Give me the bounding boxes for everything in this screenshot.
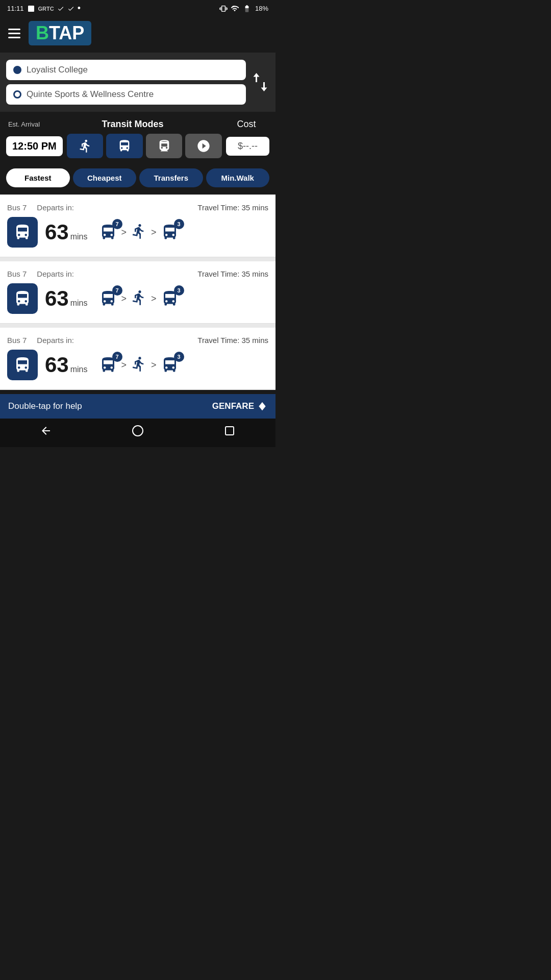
step-arrow-3a: > xyxy=(121,360,127,371)
genfare-label: GENFARE xyxy=(212,401,254,411)
check-icon-2 xyxy=(67,5,74,12)
swap-button[interactable] xyxy=(251,71,269,93)
route-departs-2: Departs in: xyxy=(37,270,74,278)
route-minslabel-1: mins xyxy=(70,232,88,241)
step-arrow-2a: > xyxy=(121,293,127,304)
step-badge-bus3-1: 3 xyxy=(161,223,179,241)
status-right: 18% xyxy=(219,5,268,13)
route-steps-1: 7 > > 3 xyxy=(99,223,179,241)
badge-num-7-1: 7 xyxy=(112,219,122,229)
step-badge-bus7-1: 7 xyxy=(99,223,117,241)
bus-mode-icon xyxy=(117,139,132,153)
step-arrow-1a: > xyxy=(121,227,127,238)
route-bignum-1: 63 xyxy=(45,220,69,244)
app-logo: B TAP xyxy=(29,21,91,45)
route-bus-label-3: Bus 7 xyxy=(7,336,27,345)
route-icon-box-2 xyxy=(7,283,38,314)
train-mode-button[interactable] xyxy=(146,134,183,158)
route-minslabel-3: mins xyxy=(70,365,88,374)
route-bignum-2: 63 xyxy=(45,286,69,311)
walk-mode-icon xyxy=(78,139,92,153)
route-card-3[interactable]: Bus 7 Departs in: Travel Time: 35 mins 6… xyxy=(0,328,276,390)
route-steps-2: 7 > > 3 xyxy=(99,289,179,308)
badge-num-3-1: 3 xyxy=(174,219,184,229)
menu-button[interactable] xyxy=(8,29,20,38)
nav-back-icon xyxy=(40,425,52,437)
tab-fastest[interactable]: Fastest xyxy=(6,168,70,187)
route-bignum-3: 63 xyxy=(45,353,69,377)
step-badge-bus3-3: 3 xyxy=(161,356,179,374)
step-arrow-1b: > xyxy=(151,227,157,238)
route-bus-icon-3 xyxy=(13,356,32,374)
route-mins-3: 63 mins xyxy=(45,353,88,377)
rideshare-mode-button[interactable] xyxy=(185,134,222,158)
nav-home-icon xyxy=(132,425,144,437)
tab-transfers[interactable]: Transfers xyxy=(139,168,203,187)
battery-icon xyxy=(242,5,252,13)
app-header: B TAP xyxy=(0,17,276,53)
route-travel-time-3: Travel Time: 35 mins xyxy=(197,336,268,345)
badge-num-7-2: 7 xyxy=(112,285,122,296)
transit-modes-label: Transit Modes xyxy=(46,119,219,130)
route-card-2[interactable]: Bus 7 Departs in: Travel Time: 35 mins 6… xyxy=(0,261,276,324)
status-time: 11:11 xyxy=(7,5,24,12)
to-input[interactable] xyxy=(27,89,239,100)
to-dot-icon xyxy=(13,90,21,99)
bus-mode-button[interactable] xyxy=(106,134,143,158)
nav-recents-button[interactable] xyxy=(223,425,236,439)
route-mins-2: 63 mins xyxy=(45,286,88,311)
battery-percent: 18% xyxy=(255,5,268,12)
route-steps-3: 7 > > 3 xyxy=(99,356,179,374)
step-arrow-3b: > xyxy=(151,360,157,371)
walk-mode-button[interactable] xyxy=(67,134,104,158)
route-minslabel-2: mins xyxy=(70,299,88,308)
controls-row: 12:50 PM $--.-- xyxy=(6,134,269,158)
step-walk-icon-2 xyxy=(131,289,147,306)
status-left: 11:11 GRTC • xyxy=(7,3,81,14)
route-departs-1: Departs in: xyxy=(37,203,74,212)
cost-box: $--.-- xyxy=(226,137,269,156)
step-walk-2 xyxy=(131,289,147,308)
route-departs-3: Departs in: xyxy=(37,336,74,345)
from-input[interactable] xyxy=(27,65,239,75)
svg-point-0 xyxy=(133,426,143,436)
route-mins-1: 63 mins xyxy=(45,220,88,244)
svg-rect-1 xyxy=(226,427,234,435)
footer-help-text: Double-tap for help xyxy=(8,401,82,411)
route-body-3: 63 mins 7 > > 3 xyxy=(7,350,268,380)
step-walk-icon-1 xyxy=(131,223,147,239)
options-labels-row: Est. Arrival Transit Modes Cost xyxy=(6,119,269,130)
options-section: Est. Arrival Transit Modes Cost 12:50 PM… xyxy=(0,112,276,163)
badge-num-3-3: 3 xyxy=(174,352,184,362)
step-arrow-2b: > xyxy=(151,293,157,304)
logo-b: B xyxy=(36,24,49,42)
nav-back-button[interactable] xyxy=(40,425,52,439)
route-header-1: Bus 7 Departs in: Travel Time: 35 mins xyxy=(7,203,268,212)
route-icon-box-1 xyxy=(7,217,38,248)
route-icon-box-3 xyxy=(7,350,38,380)
check-icon-1 xyxy=(57,5,64,12)
cost-label: Cost xyxy=(223,119,269,130)
route-header-3: Bus 7 Departs in: Travel Time: 35 mins xyxy=(7,336,268,345)
tab-minwalk[interactable]: Min.Walk xyxy=(206,168,270,187)
vibrate-icon xyxy=(219,5,228,13)
from-input-row[interactable] xyxy=(6,60,246,80)
step-walk-icon-3 xyxy=(131,356,147,372)
step-walk-3 xyxy=(131,356,147,374)
step-badge-bus7-3: 7 xyxy=(99,356,117,374)
step-badge-bus3-2: 3 xyxy=(161,289,179,308)
nav-home-button[interactable] xyxy=(132,425,144,439)
genfare-arrow-icon xyxy=(257,401,267,411)
photo-icon xyxy=(27,5,35,13)
step-badge-bus7-2: 7 xyxy=(99,289,117,308)
footer: Double-tap for help GENFARE xyxy=(0,394,276,419)
arrival-time-box[interactable]: 12:50 PM xyxy=(6,136,63,156)
route-body-2: 63 mins 7 > > 3 xyxy=(7,283,268,314)
filter-tabs: Fastest Cheapest Transfers Min.Walk xyxy=(0,163,276,194)
est-arrival-label: Est. Arrival xyxy=(6,120,42,128)
nav-recents-icon xyxy=(223,425,236,437)
route-card-1[interactable]: Bus 7 Departs in: Travel Time: 35 mins 6… xyxy=(0,194,276,257)
tab-cheapest[interactable]: Cheapest xyxy=(73,168,137,187)
mode-buttons xyxy=(67,134,222,158)
to-input-row[interactable] xyxy=(6,84,246,105)
